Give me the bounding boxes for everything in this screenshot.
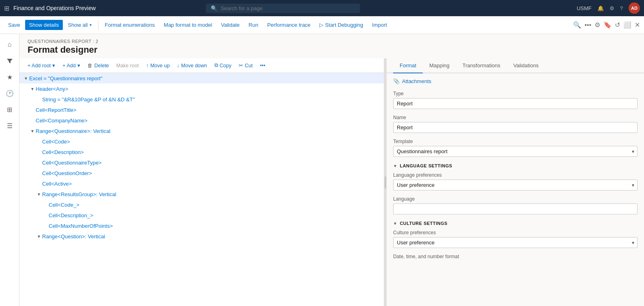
culture-prefs-select[interactable]: User preference: [393, 237, 638, 248]
node-text-company-name: Cell<CompanyName>: [36, 118, 88, 124]
tree-node-cell-description2[interactable]: Cell<Description_>: [19, 210, 384, 220]
language-input[interactable]: [393, 203, 638, 214]
tree-node-range-results-group[interactable]: ▼ Range<ResultsGroup>: Vertical: [19, 189, 384, 199]
tree-node-cell-company-name[interactable]: Cell<CompanyName>: [19, 115, 384, 126]
props-panel: Format Mapping Transformations Validatio…: [387, 58, 644, 306]
tree-node-root[interactable]: ▼ Excel = "Questionnaires report": [19, 73, 384, 83]
make-root-button[interactable]: Make root: [113, 61, 142, 70]
prop-group-language-prefs: Language preferences User preference ▾: [393, 172, 638, 190]
node-text-code: Cell<Code>: [42, 139, 70, 145]
run-button[interactable]: Run: [244, 20, 262, 30]
toggle-results-group[interactable]: ▼: [36, 191, 42, 197]
tree-node-range-question[interactable]: ▼ Range<Question>: Vertical: [19, 231, 384, 242]
language-settings-toggle[interactable]: ▼: [393, 164, 397, 168]
show-details-button[interactable]: Show details: [25, 20, 63, 30]
tree-panel: + Add root ▾ + Add ▾ 🗑 Delete Make root: [19, 58, 384, 306]
tree-node-cell-question-order[interactable]: Cell<QuestionOrder>: [19, 168, 384, 178]
close-icon[interactable]: ✕: [635, 21, 640, 29]
tree-node-cell-max-points[interactable]: Cell<MaxNumberOfPoints>: [19, 220, 384, 231]
tree-node-range-questionnaire[interactable]: ▼ Range<Questionnaire>: Vertical: [19, 126, 384, 136]
bookmark-toolbar-icon[interactable]: 🔖: [603, 21, 612, 29]
start-debugging-button[interactable]: ▷ Start Debugging: [315, 20, 367, 30]
tree-node-string[interactable]: String = "&R&10Page &P of &N &D &T": [19, 94, 384, 105]
split-pane: + Add root ▾ + Add ▾ 🗑 Delete Make root: [19, 58, 644, 306]
template-select[interactable]: Questionnaires report: [393, 146, 638, 157]
copy-button[interactable]: ⧉ Copy: [211, 61, 235, 70]
sidebar-star-icon[interactable]: ★: [2, 70, 17, 84]
performance-trace-button[interactable]: Performance trace: [263, 20, 315, 30]
move-down-button[interactable]: ↓ Move down: [174, 61, 210, 70]
global-search[interactable]: 🔍: [206, 4, 360, 13]
node-text-report-title: Cell<ReportTitle>: [36, 107, 77, 113]
refresh-icon[interactable]: ↺: [615, 21, 620, 29]
toggle-header[interactable]: ▼: [29, 86, 36, 92]
template-select-wrap: Questionnaires report ▾: [393, 146, 638, 157]
sidebar-filter-icon[interactable]: [2, 53, 17, 68]
node-text-header: Header<Any>: [36, 86, 68, 92]
language-prefs-label: Language preferences: [393, 172, 638, 178]
delete-button[interactable]: 🗑 Delete: [84, 61, 112, 70]
tab-validations[interactable]: Validations: [507, 58, 545, 73]
tree-node-cell-report-title[interactable]: Cell<ReportTitle>: [19, 105, 384, 115]
tree-node-cell-code2[interactable]: Cell<Code_>: [19, 199, 384, 210]
resize-handle[interactable]: [384, 58, 387, 306]
settings-toolbar-icon[interactable]: ⚙: [595, 21, 600, 29]
toggle-question[interactable]: ▼: [36, 233, 42, 240]
add-root-button[interactable]: + Add root ▾: [24, 61, 58, 70]
format-enumerations-button[interactable]: Format enumerations: [101, 20, 159, 30]
toggle-string: [36, 96, 42, 103]
avatar[interactable]: AD: [629, 2, 640, 14]
node-text-question: Range<Question>: Vertical: [42, 233, 105, 240]
type-label: Type: [393, 91, 638, 96]
tree-node-cell-questionnaire-type[interactable]: Cell<QuestionnaireType>: [19, 157, 384, 168]
language-prefs-select[interactable]: User preference: [393, 180, 638, 190]
prop-group-date-format: Date, time, and number format: [393, 254, 638, 259]
tree-node-cell-active[interactable]: Cell<Active>: [19, 178, 384, 189]
node-text-questionnaire: Range<Questionnaire>: Vertical: [36, 128, 110, 134]
culture-settings-header[interactable]: ▼ CULTURE SETTINGS: [393, 221, 638, 226]
language-settings-header[interactable]: ▼ LANGUAGE SETTINGS: [393, 163, 638, 168]
cut-button[interactable]: ✂ Cut: [235, 61, 256, 70]
tab-format[interactable]: Format: [393, 58, 423, 73]
search-input[interactable]: [220, 5, 355, 11]
validate-button[interactable]: Validate: [217, 20, 244, 30]
tree-node-cell-description[interactable]: Cell<Description>: [19, 147, 384, 157]
notification-icon[interactable]: 🔔: [597, 5, 604, 11]
sidebar-recent-icon[interactable]: 🕐: [2, 86, 17, 101]
attachments-link[interactable]: 📎 Attachments: [393, 78, 638, 84]
add-button[interactable]: + Add ▾: [59, 61, 83, 70]
show-all-button[interactable]: Show all ▾: [64, 20, 95, 30]
sidebar-icons: ⌂ ★ 🕐 ⊞ ☰: [0, 34, 19, 306]
tree-node-header[interactable]: ▼ Header<Any>: [19, 83, 384, 94]
sidebar-list-icon[interactable]: ☰: [2, 118, 17, 133]
tab-mapping[interactable]: Mapping: [423, 58, 456, 73]
tab-transformations[interactable]: Transformations: [456, 58, 507, 73]
more-tree-actions[interactable]: •••: [257, 61, 268, 70]
type-input[interactable]: [393, 98, 638, 109]
debug-icon: ▷: [319, 22, 323, 28]
import-button[interactable]: Import: [368, 20, 391, 30]
tree-node-cell-code[interactable]: Cell<Code>: [19, 136, 384, 147]
search-icon: 🔍: [211, 5, 217, 11]
move-up-button[interactable]: ↑ Move up: [143, 61, 173, 70]
toggle-questionnaire[interactable]: ▼: [29, 128, 36, 134]
sidebar-workspace-icon[interactable]: ⊞: [2, 102, 17, 117]
save-button[interactable]: Save: [4, 20, 24, 30]
sidebar-home-icon[interactable]: ⌂: [2, 37, 17, 52]
grid-menu-icon[interactable]: ⊞: [4, 4, 9, 12]
settings-icon[interactable]: ⚙: [610, 5, 614, 11]
toggle-report-title: [29, 107, 36, 113]
tree-toolbar: + Add root ▾ + Add ▾ 🗑 Delete Make root: [19, 58, 384, 73]
search-toolbar-icon[interactable]: 🔍: [573, 21, 581, 29]
map-format-to-model-button[interactable]: Map format to model: [160, 20, 216, 30]
nav-right: USMF 🔔 ⚙ ? AD: [577, 2, 640, 14]
help-icon[interactable]: ?: [620, 5, 623, 11]
toggle-code: [36, 138, 42, 145]
toggle-root[interactable]: ▼: [23, 75, 29, 81]
move-down-icon: ↓: [177, 63, 180, 68]
tree-content[interactable]: ▼ Excel = "Questionnaires report" ▼ Head…: [19, 73, 384, 306]
expand-icon[interactable]: ⬜: [623, 21, 631, 29]
more-options-icon[interactable]: •••: [584, 21, 591, 29]
name-input[interactable]: [393, 122, 638, 133]
culture-settings-toggle[interactable]: ▼: [393, 221, 397, 226]
